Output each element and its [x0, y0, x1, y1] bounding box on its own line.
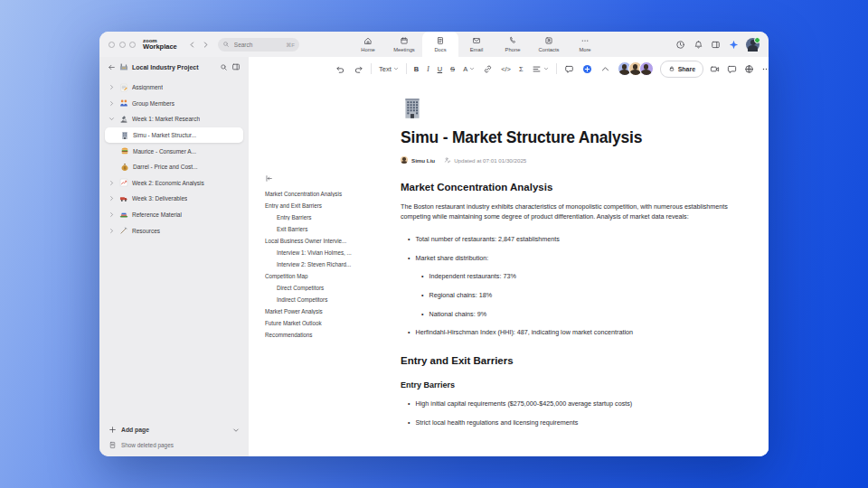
plus-icon: [108, 426, 117, 434]
italic-button[interactable]: I: [426, 61, 430, 76]
bullet-item[interactable]: •Total number of restaurants: 2,847 esta…: [401, 235, 728, 244]
sidebar-item-week-3-deliverables[interactable]: Week 3: Deliverables: [105, 191, 243, 207]
align-dropdown[interactable]: [531, 61, 550, 76]
chev-r-icon: [108, 180, 115, 186]
tab-contacts[interactable]: Contacts: [531, 32, 567, 57]
undo-button[interactable]: [335, 61, 346, 76]
sidebar-item-week-2-economic-analysis[interactable]: Week 2: Economic Analysis: [105, 175, 243, 192]
outline-item[interactable]: Future Market Outlook: [265, 320, 395, 326]
paragraph[interactable]: The Boston restaurant industry exhibits …: [401, 202, 728, 222]
video-call-button[interactable]: [710, 64, 720, 74]
outline-item[interactable]: Market Power Analysis: [265, 308, 395, 314]
document-title[interactable]: Simu - Market Structure Analysis: [401, 128, 728, 147]
ai-add-button[interactable]: [581, 61, 593, 76]
sidebar-item-maurice-consumer-a[interactable]: Maurice - Consumer A...: [105, 143, 243, 159]
strikethrough-button[interactable]: S: [449, 61, 456, 76]
sidebar-item-week-1-market-research[interactable]: Week 1: Market Research: [105, 111, 243, 127]
collapse-chevron-icon[interactable]: [108, 116, 116, 122]
outline-item[interactable]: Market Concentration Analysis: [265, 191, 395, 197]
tab-phone[interactable]: Phone: [495, 32, 531, 57]
bullet-item[interactable]: •Strict local health regulations and lic…: [401, 418, 728, 427]
section-heading[interactable]: Entry and Exit Barriers: [401, 355, 728, 366]
equation-button[interactable]: Σ: [518, 61, 524, 76]
search-icon: [222, 41, 230, 48]
outline-collapse-button[interactable]: [265, 174, 395, 183]
tab-home[interactable]: Home: [350, 32, 386, 57]
close-button[interactable]: [108, 42, 115, 48]
nav-back-button[interactable]: [185, 41, 199, 49]
user-avatar[interactable]: [746, 38, 760, 52]
outline-item[interactable]: Direct Competitors: [265, 285, 395, 291]
tab-more[interactable]: More: [567, 32, 603, 57]
subsection-heading[interactable]: Entry Barriers: [401, 380, 728, 389]
sidebar-item-reference-material[interactable]: Reference Material: [105, 207, 243, 223]
bullet-item[interactable]: •Regional chains: 18%: [401, 291, 728, 300]
back-button[interactable]: [108, 63, 116, 71]
outline-item[interactable]: Exit Barriers: [265, 226, 395, 232]
tab-email[interactable]: Email: [458, 32, 495, 57]
outline-item[interactable]: Interview 2: Steven Richard...: [265, 261, 395, 267]
link-button[interactable]: [482, 61, 494, 76]
more-dots-icon: [580, 36, 590, 45]
expand-chevron-icon[interactable]: [108, 228, 116, 234]
bullet-item[interactable]: •Herfindahl-Hirschman Index (HHI): 487, …: [401, 328, 728, 337]
minimize-button[interactable]: [119, 42, 126, 48]
maximize-button[interactable]: [129, 42, 136, 48]
ai-companion-button[interactable]: [729, 40, 739, 50]
expand-chevron-icon[interactable]: [108, 100, 116, 107]
outline-item[interactable]: Local Business Owner Intervie...: [265, 238, 395, 244]
side-panel-button[interactable]: [711, 40, 721, 50]
code-button[interactable]: </>: [500, 61, 512, 76]
outline-item[interactable]: Recommendations: [265, 332, 395, 338]
global-search[interactable]: ⌘F: [218, 38, 299, 52]
more-options-button[interactable]: [761, 64, 769, 74]
bullet-item[interactable]: •Market share distribution:: [401, 254, 728, 263]
outline-item[interactable]: Entry Barriers: [265, 214, 395, 221]
expand-chevron-icon[interactable]: [108, 211, 116, 218]
outline-item[interactable]: Entry and Exit Barriers: [265, 202, 395, 209]
doc-toolbar: TextBIUSA</>Σ Share: [249, 57, 769, 80]
add-page-button[interactable]: Add page: [108, 426, 240, 434]
sidebar-item-resources[interactable]: Resources: [105, 222, 243, 239]
bullet-item[interactable]: •National chains: 9%: [401, 310, 728, 319]
sidebar-item-assignment[interactable]: Assignment: [105, 80, 243, 96]
sidebar-item-group-members[interactable]: Group Members: [105, 96, 243, 112]
sidebar-search-icon[interactable]: [220, 63, 228, 71]
bullet-item[interactable]: •Independent restaurants: 73%: [401, 272, 728, 281]
expand-chevron-icon[interactable]: [108, 84, 116, 90]
text-color-dropdown[interactable]: A: [462, 61, 476, 76]
outline-item[interactable]: Interview 1: Vivian Holmes, ...: [265, 249, 395, 256]
bold-button[interactable]: B: [413, 61, 420, 76]
tab-meetings[interactable]: Meetings: [386, 32, 422, 57]
outline-item[interactable]: Competition Map: [265, 273, 395, 279]
doc-icon: [436, 36, 445, 45]
sparkle-icon: [729, 40, 739, 50]
search-input[interactable]: [232, 41, 272, 49]
text-style-dropdown[interactable]: Text: [378, 61, 400, 76]
expand-chevron-icon[interactable]: [108, 195, 116, 202]
share-button[interactable]: Share: [660, 61, 703, 78]
show-deleted-pages-button[interactable]: Show deleted pages: [108, 441, 240, 449]
redo-button[interactable]: [353, 61, 364, 76]
chat-button[interactable]: [727, 64, 737, 74]
history-clock-button[interactable]: [675, 40, 685, 50]
nav-forward-button[interactable]: [199, 41, 212, 49]
comment-button[interactable]: [563, 61, 575, 76]
collapse-toolbar-button[interactable]: [599, 61, 611, 76]
bullet-item[interactable]: •High initial capital requirements ($275…: [401, 399, 728, 408]
section-heading[interactable]: Market Concentration Analysis: [401, 182, 728, 192]
lock-icon: [668, 65, 675, 72]
collaborator-avatar-3[interactable]: [639, 61, 654, 76]
sidebar-item-darrel-price-and-cost[interactable]: Darrel - Price and Cost...: [105, 159, 243, 175]
add-page-chevron-icon[interactable]: [232, 427, 240, 434]
outline-item[interactable]: Indirect Competitors: [265, 296, 395, 303]
zoom-workplace-logo: zoom Workplace: [143, 38, 177, 51]
button-label: S: [450, 65, 455, 73]
tab-docs[interactable]: Docs: [422, 32, 458, 57]
language-button[interactable]: [744, 64, 754, 74]
notifications-bell-button[interactable]: [693, 40, 703, 50]
sidebar-panel-icon[interactable]: [231, 62, 241, 71]
underline-button[interactable]: U: [437, 61, 443, 76]
expand-chevron-icon[interactable]: [108, 180, 116, 186]
sidebar-item-simu-market-structur[interactable]: Simu - Market Structur...: [105, 127, 243, 144]
